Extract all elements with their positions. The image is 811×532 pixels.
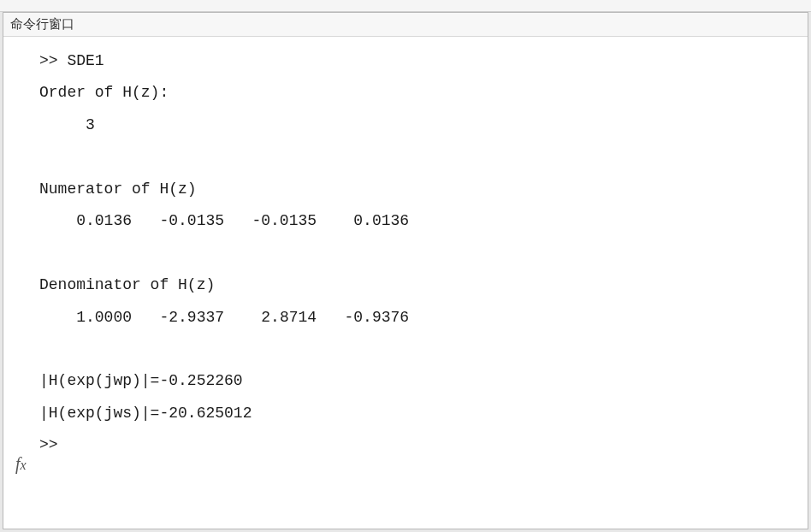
console-gutter: fx: [3, 37, 39, 529]
denominator-label: Denominator of H(z): [39, 276, 215, 293]
denominator-v3: -0.9376: [345, 309, 410, 326]
command-entered: SDE1: [67, 52, 104, 69]
console-content[interactable]: fx >> SDE1 Order of H(z): 3 Numerator of…: [3, 37, 808, 529]
panel-title: 命令行窗口: [10, 16, 74, 33]
order-label: Order of H(z):: [39, 84, 169, 101]
prompt: >>: [39, 52, 58, 69]
denominator-v2: 2.8714: [261, 309, 317, 326]
denominator-v0: 1.0000: [76, 309, 132, 326]
numerator-v2: -0.0135: [252, 212, 317, 229]
numerator-v3: 0.0136: [353, 212, 409, 229]
fx-icon[interactable]: fx: [15, 454, 27, 474]
panel-title-bar[interactable]: 命令行窗口: [3, 13, 808, 37]
hjws-value: -20.625012: [159, 405, 252, 422]
prompt-ready[interactable]: >>: [39, 436, 58, 453]
app-frame: 命令行窗口 fx >> SDE1 Order of H(z): 3 Numera…: [0, 0, 811, 532]
denominator-v1: -2.9337: [159, 309, 224, 326]
numerator-label: Numerator of H(z): [39, 180, 197, 198]
hjws-label: |H(exp(jws)|=: [39, 405, 159, 422]
console-output[interactable]: >> SDE1 Order of H(z): 3 Numerator of H(…: [39, 37, 808, 529]
hjwp-label: |H(exp(jwp)|=: [39, 372, 159, 389]
numerator-v1: -0.0135: [159, 212, 224, 229]
toolbar-strip: [0, 0, 811, 12]
command-window-panel: 命令行窗口 fx >> SDE1 Order of H(z): 3 Numera…: [3, 12, 808, 529]
hjwp-value: -0.252260: [159, 372, 242, 389]
numerator-v0: 0.0136: [76, 212, 132, 229]
order-value: 3: [86, 116, 95, 133]
